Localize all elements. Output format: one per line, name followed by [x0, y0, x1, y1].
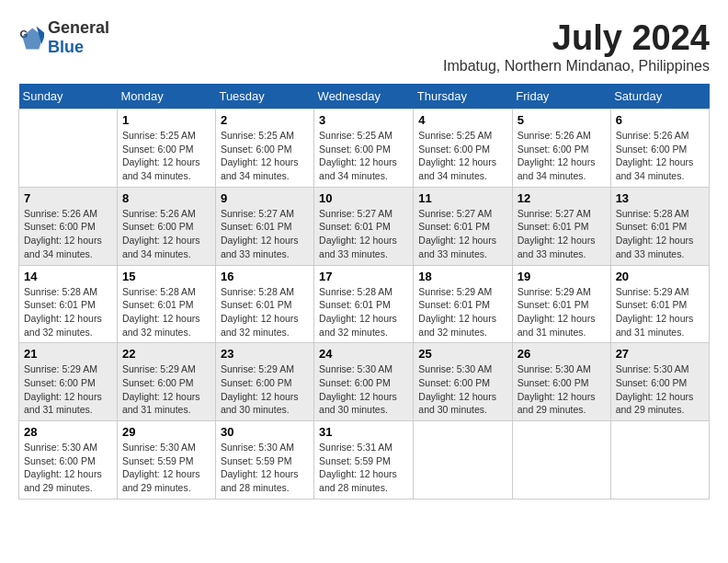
- day-number: 2: [221, 113, 309, 127]
- calendar-week-row: 14Sunrise: 5:28 AM Sunset: 6:01 PM Dayli…: [19, 265, 710, 343]
- day-info: Sunrise: 5:25 AM Sunset: 6:00 PM Dayligh…: [418, 129, 506, 183]
- logo-blue: Blue: [48, 38, 84, 56]
- calendar-day-cell: 9Sunrise: 5:27 AM Sunset: 6:01 PM Daylig…: [215, 187, 313, 265]
- day-info: Sunrise: 5:29 AM Sunset: 6:00 PM Dayligh…: [122, 362, 210, 417]
- day-info: Sunrise: 5:30 AM Sunset: 6:00 PM Dayligh…: [24, 441, 112, 495]
- day-number: 23: [221, 347, 309, 361]
- day-number: 11: [418, 191, 506, 205]
- day-number: 8: [122, 191, 210, 205]
- day-number: 14: [24, 270, 112, 283]
- calendar-day-cell: [610, 421, 709, 500]
- calendar-day-cell: 5Sunrise: 5:26 AM Sunset: 6:00 PM Daylig…: [512, 109, 610, 188]
- calendar-day-cell: 27Sunrise: 5:30 AM Sunset: 6:00 PM Dayli…: [610, 343, 709, 421]
- title-section: July 2024 Imbatug, Northern Mindanao, Ph…: [443, 18, 710, 75]
- day-number: 15: [122, 270, 210, 283]
- day-of-week-header: Saturday: [610, 84, 709, 109]
- day-info: Sunrise: 5:30 AM Sunset: 6:00 PM Dayligh…: [418, 362, 506, 417]
- day-number: 13: [616, 191, 704, 205]
- day-info: Sunrise: 5:25 AM Sunset: 6:00 PM Dayligh…: [319, 129, 408, 183]
- day-info: Sunrise: 5:28 AM Sunset: 6:01 PM Dayligh…: [319, 285, 408, 339]
- day-of-week-header: Tuesday: [215, 84, 313, 109]
- calendar-week-row: 28Sunrise: 5:30 AM Sunset: 6:00 PM Dayli…: [19, 421, 710, 500]
- day-number: 22: [122, 347, 210, 361]
- day-info: Sunrise: 5:28 AM Sunset: 6:01 PM Dayligh…: [24, 285, 112, 339]
- calendar-day-cell: [19, 109, 118, 188]
- day-info: Sunrise: 5:30 AM Sunset: 6:00 PM Dayligh…: [319, 362, 408, 417]
- day-info: Sunrise: 5:27 AM Sunset: 6:01 PM Dayligh…: [518, 207, 606, 261]
- calendar-day-cell: 17Sunrise: 5:28 AM Sunset: 6:01 PM Dayli…: [314, 265, 414, 343]
- day-number: 7: [24, 191, 112, 205]
- calendar-day-cell: 31Sunrise: 5:31 AM Sunset: 5:59 PM Dayli…: [314, 421, 414, 500]
- day-number: 9: [221, 191, 309, 205]
- day-info: Sunrise: 5:30 AM Sunset: 6:00 PM Dayligh…: [518, 362, 606, 417]
- calendar-day-cell: 22Sunrise: 5:29 AM Sunset: 6:00 PM Dayli…: [117, 343, 215, 421]
- calendar-week-row: 7Sunrise: 5:26 AM Sunset: 6:00 PM Daylig…: [19, 187, 710, 265]
- calendar-day-cell: 2Sunrise: 5:25 AM Sunset: 6:00 PM Daylig…: [215, 109, 313, 188]
- day-info: Sunrise: 5:25 AM Sunset: 6:00 PM Dayligh…: [122, 129, 210, 183]
- day-of-week-header: Monday: [117, 84, 215, 109]
- day-number: 17: [319, 270, 408, 283]
- day-number: 5: [518, 113, 606, 127]
- day-info: Sunrise: 5:26 AM Sunset: 6:00 PM Dayligh…: [518, 129, 606, 183]
- day-number: 19: [518, 270, 606, 283]
- logo-general: General: [48, 18, 109, 37]
- day-info: Sunrise: 5:26 AM Sunset: 6:00 PM Dayligh…: [616, 129, 704, 183]
- day-of-week-header: Wednesday: [314, 84, 414, 109]
- calendar-week-row: 21Sunrise: 5:29 AM Sunset: 6:00 PM Dayli…: [19, 343, 710, 421]
- day-number: 27: [616, 347, 704, 361]
- day-number: 24: [319, 347, 408, 361]
- calendar-day-cell: [414, 421, 512, 500]
- calendar-day-cell: 28Sunrise: 5:30 AM Sunset: 6:00 PM Dayli…: [19, 421, 118, 500]
- calendar-day-cell: 29Sunrise: 5:30 AM Sunset: 5:59 PM Dayli…: [117, 421, 215, 500]
- calendar-day-cell: 14Sunrise: 5:28 AM Sunset: 6:01 PM Dayli…: [19, 265, 118, 343]
- day-info: Sunrise: 5:26 AM Sunset: 6:00 PM Dayligh…: [122, 207, 210, 261]
- day-info: Sunrise: 5:28 AM Sunset: 6:01 PM Dayligh…: [221, 285, 309, 339]
- day-number: 12: [518, 191, 606, 205]
- month-year-title: July 2024: [443, 18, 710, 58]
- calendar-day-cell: 7Sunrise: 5:26 AM Sunset: 6:00 PM Daylig…: [19, 187, 118, 265]
- day-info: Sunrise: 5:30 AM Sunset: 5:59 PM Dayligh…: [122, 441, 210, 495]
- day-number: 29: [122, 425, 210, 439]
- page-header: G General Blue July 2024 Imbatug, Northe…: [18, 18, 710, 75]
- day-info: Sunrise: 5:29 AM Sunset: 6:00 PM Dayligh…: [221, 362, 309, 417]
- day-number: 4: [418, 113, 506, 127]
- calendar-day-cell: 8Sunrise: 5:26 AM Sunset: 6:00 PM Daylig…: [117, 187, 215, 265]
- calendar-day-cell: 12Sunrise: 5:27 AM Sunset: 6:01 PM Dayli…: [512, 187, 610, 265]
- day-of-week-header: Sunday: [19, 84, 118, 109]
- calendar-day-cell: 25Sunrise: 5:30 AM Sunset: 6:00 PM Dayli…: [414, 343, 512, 421]
- day-of-week-header: Thursday: [414, 84, 512, 109]
- calendar-day-cell: 3Sunrise: 5:25 AM Sunset: 6:00 PM Daylig…: [314, 109, 414, 188]
- day-info: Sunrise: 5:27 AM Sunset: 6:01 PM Dayligh…: [418, 207, 506, 261]
- day-info: Sunrise: 5:28 AM Sunset: 6:01 PM Dayligh…: [616, 207, 704, 261]
- day-info: Sunrise: 5:30 AM Sunset: 5:59 PM Dayligh…: [221, 441, 309, 495]
- calendar-day-cell: 18Sunrise: 5:29 AM Sunset: 6:01 PM Dayli…: [414, 265, 512, 343]
- calendar-table: SundayMondayTuesdayWednesdayThursdayFrid…: [18, 84, 710, 500]
- calendar-day-cell: 21Sunrise: 5:29 AM Sunset: 6:00 PM Dayli…: [19, 343, 118, 421]
- calendar-day-cell: 1Sunrise: 5:25 AM Sunset: 6:00 PM Daylig…: [117, 109, 215, 188]
- calendar-day-cell: 24Sunrise: 5:30 AM Sunset: 6:00 PM Dayli…: [314, 343, 414, 421]
- calendar-day-cell: 16Sunrise: 5:28 AM Sunset: 6:01 PM Dayli…: [215, 265, 313, 343]
- calendar-week-row: 1Sunrise: 5:25 AM Sunset: 6:00 PM Daylig…: [19, 109, 710, 188]
- day-info: Sunrise: 5:27 AM Sunset: 6:01 PM Dayligh…: [221, 207, 309, 261]
- day-number: 31: [319, 425, 408, 439]
- calendar-day-cell: 26Sunrise: 5:30 AM Sunset: 6:00 PM Dayli…: [512, 343, 610, 421]
- day-number: 28: [24, 425, 112, 439]
- day-info: Sunrise: 5:29 AM Sunset: 6:00 PM Dayligh…: [24, 362, 112, 417]
- day-info: Sunrise: 5:29 AM Sunset: 6:01 PM Dayligh…: [518, 285, 606, 339]
- calendar-day-cell: 19Sunrise: 5:29 AM Sunset: 6:01 PM Dayli…: [512, 265, 610, 343]
- day-number: 18: [418, 270, 506, 283]
- day-number: 10: [319, 191, 408, 205]
- day-number: 21: [24, 347, 112, 361]
- calendar-day-cell: 23Sunrise: 5:29 AM Sunset: 6:00 PM Dayli…: [215, 343, 313, 421]
- day-info: Sunrise: 5:26 AM Sunset: 6:00 PM Dayligh…: [24, 207, 112, 261]
- calendar-day-cell: 30Sunrise: 5:30 AM Sunset: 5:59 PM Dayli…: [215, 421, 313, 500]
- calendar-day-cell: 13Sunrise: 5:28 AM Sunset: 6:01 PM Dayli…: [610, 187, 709, 265]
- calendar-day-cell: 11Sunrise: 5:27 AM Sunset: 6:01 PM Dayli…: [414, 187, 512, 265]
- day-info: Sunrise: 5:31 AM Sunset: 5:59 PM Dayligh…: [319, 441, 408, 495]
- day-number: 16: [221, 270, 309, 283]
- logo-icon: G: [18, 25, 44, 51]
- calendar-day-cell: 15Sunrise: 5:28 AM Sunset: 6:01 PM Dayli…: [117, 265, 215, 343]
- day-info: Sunrise: 5:29 AM Sunset: 6:01 PM Dayligh…: [616, 285, 704, 339]
- day-number: 20: [616, 270, 704, 283]
- calendar-day-cell: 10Sunrise: 5:27 AM Sunset: 6:01 PM Dayli…: [314, 187, 414, 265]
